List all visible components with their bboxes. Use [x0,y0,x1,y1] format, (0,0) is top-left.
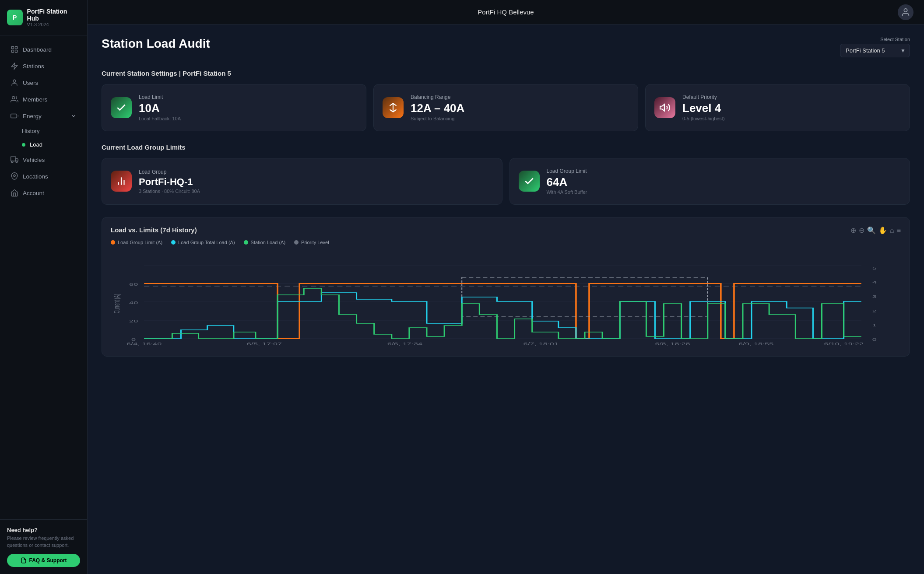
load-group-section: Current Load Group Limits Load Group Por… [102,144,910,205]
svg-rect-3 [15,50,18,52]
default-priority-value: Level 4 [682,102,901,115]
menu-icon[interactable]: ≡ [897,227,901,234]
svg-marker-15 [660,104,664,111]
user-icon [11,79,18,87]
svg-rect-8 [11,157,16,161]
sidebar-item-members[interactable]: Members [4,91,84,107]
select-station-wrapper: PortFi Station 5 PortFi Station 1 PortFi… [840,44,910,57]
sidebar-label-dashboard: Dashboard [23,46,52,53]
load-group-sub: 3 Stations · 80% Circuit: 80A [139,189,493,194]
balancing-range-sub: Subject to Balancing [411,116,629,121]
legend-label-2: Load Group Total Load (A) [178,240,235,245]
sidebar: P PortFi Station Hub V1.3 2024 Dashboard… [0,0,88,574]
battery-icon [11,112,18,120]
hand-icon[interactable]: ✋ [878,226,887,234]
legend-dot-orange [111,240,115,245]
app-name: PortFi Station Hub [27,8,80,22]
legend-dot-gray [294,240,299,245]
legend-label-4: Priority Level [301,240,329,245]
check-icon [116,102,127,113]
chart-canvas: .axis-label { font-size: 9px; fill: #6b7… [111,251,901,347]
load-group-card: Load Group PortFi-HQ-1 3 Stations · 80% … [102,158,502,205]
load-group-value: PortFi-HQ-1 [139,177,493,187]
svg-text:0: 0 [131,337,136,342]
default-priority-card: Default Priority Level 4 0-5 (lowest-hig… [645,84,910,131]
load-group-title: Current Load Group Limits [102,144,910,151]
svg-text:6/8, 18:28: 6/8, 18:28 [655,342,690,346]
sidebar-item-locations[interactable]: Locations [4,168,84,184]
home-reset-icon[interactable]: ⌂ [890,227,894,234]
legend-priority-level: Priority Level [294,240,329,245]
avatar-icon [901,7,910,17]
svg-text:6/7, 18:01: 6/7, 18:01 [523,342,559,346]
sidebar-item-dashboard[interactable]: Dashboard [4,42,84,57]
zoom-out-icon[interactable]: ⊖ [859,226,864,234]
chart-controls: ⊕ ⊖ 🔍 ✋ ⌂ ≡ [850,226,901,234]
svg-rect-0 [11,46,14,49]
app-logo-icon: P [7,10,23,25]
file-icon [21,557,27,564]
svg-rect-1 [15,46,18,49]
svg-text:6/6, 17:34: 6/6, 17:34 [387,342,422,346]
sidebar-logo: P PortFi Station Hub V1.3 2024 [0,0,87,35]
svg-text:6/5, 17:07: 6/5, 17:07 [247,342,282,346]
speaker-icon [659,102,671,113]
default-priority-info: Default Priority Level 4 0-5 (lowest-hig… [682,94,901,121]
load-group-limit-info: Load Group Limit 64A With 4A Soft Buffer [547,168,901,195]
map-pin-icon [11,172,18,180]
zap-icon [11,62,18,70]
user-avatar[interactable] [898,4,913,20]
svg-point-4 [13,80,16,82]
legend-dot-cyan [171,240,176,245]
check-circle-icon [523,175,535,187]
sidebar-label-locations: Locations [23,173,48,180]
svg-text:2: 2 [872,309,877,313]
select-station-dropdown[interactable]: PortFi Station 5 PortFi Station 1 PortFi… [840,44,910,57]
users-icon [11,95,18,103]
svg-text:0: 0 [872,337,877,342]
settings-cards-grid: Load Limit 10A Local Fallback: 10A Balan… [102,84,910,131]
help-title: Need help? [7,527,80,533]
balancing-range-label: Balancing Range [411,94,629,100]
svg-point-10 [11,161,13,163]
select-station-label: Select Station [880,37,910,42]
active-dot [22,143,25,147]
zoom-in-icon[interactable]: ⊕ [850,226,856,234]
faq-support-button[interactable]: FAQ & Support [7,554,80,567]
bar-chart-icon [116,175,127,187]
select-station-wrap: Select Station PortFi Station 5 PortFi S… [840,37,910,57]
sidebar-item-vehicles[interactable]: Vehicles [4,152,84,168]
sidebar-item-load[interactable]: Load [18,138,84,151]
svg-point-13 [904,8,907,11]
sidebar-label-users: Users [23,80,38,86]
sidebar-item-account[interactable]: Account [4,185,84,201]
sidebar-item-users[interactable]: Users [4,75,84,91]
search-icon[interactable]: 🔍 [867,226,876,234]
load-limit-sub: Local Fallback: 10A [139,116,357,121]
page-title: Station Load Audit [102,37,210,51]
balancing-range-icon [383,97,404,118]
sidebar-item-history[interactable]: History [18,125,84,137]
legend-load-group-limit: Load Group Limit (A) [111,240,162,245]
sidebar-label-account: Account [23,190,44,196]
svg-text:5: 5 [872,266,877,270]
sidebar-item-energy[interactable]: Energy [4,108,84,124]
sidebar-item-stations[interactable]: Stations [4,58,84,74]
load-group-icon [111,171,132,192]
default-priority-sub: 0-5 (lowest-highest) [682,116,901,121]
page-header: Station Load Audit Select Station PortFi… [102,37,910,57]
svg-text:60: 60 [129,282,138,287]
svg-marker-9 [16,158,18,161]
svg-text:3: 3 [872,294,877,299]
legend-label-1: Load Group Limit (A) [118,240,162,245]
sidebar-label-load: Load [30,141,42,148]
chart-svg: .axis-label { font-size: 9px; fill: #6b7… [111,251,901,347]
balancing-range-value: 12A – 40A [411,102,629,115]
svg-text:6/10, 19:22: 6/10, 19:22 [824,342,864,346]
faq-label: FAQ & Support [29,557,67,564]
sidebar-bottom: Need help? Please review frequently aske… [0,519,87,574]
chart-title-area: Load vs. Limits (7d History) Load Group … [111,226,329,251]
load-group-label: Load Group [139,169,493,175]
app-version: V1.3 2024 [27,22,80,27]
svg-text:40: 40 [129,301,138,305]
